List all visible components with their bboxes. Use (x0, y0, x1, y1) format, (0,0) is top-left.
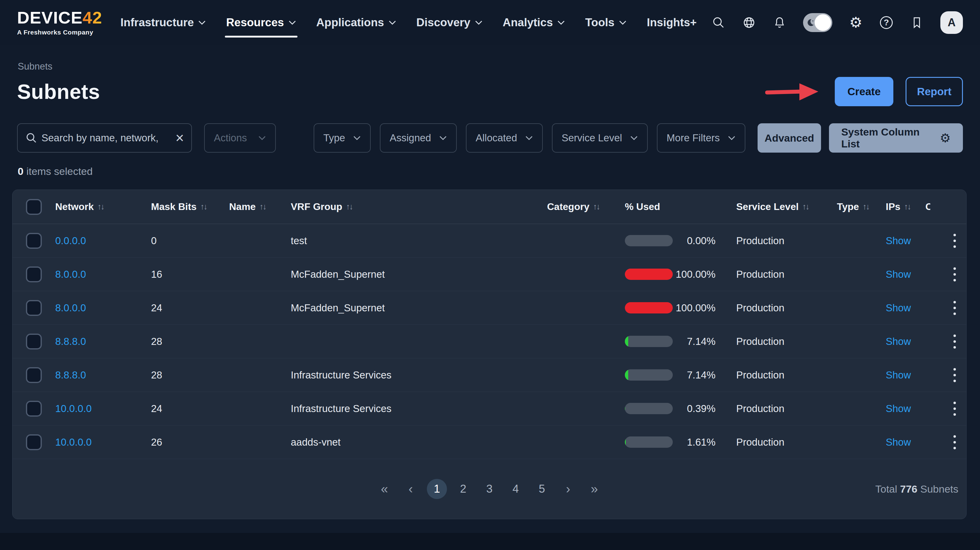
menu-discovery[interactable]: Discovery (417, 12, 483, 33)
report-button[interactable]: Report (905, 77, 963, 106)
advanced-button[interactable]: Advanced (757, 123, 821, 153)
network-link[interactable]: 10.0.0.0 (55, 403, 151, 414)
show-ips-link[interactable]: Show (886, 369, 925, 381)
network-link[interactable]: 8.0.0.0 (55, 269, 151, 280)
used-cell: 1.61% (625, 437, 736, 448)
table-header-row: Network↑↓ Mask Bits↑↓ Name↑↓ VRF Group↑↓… (13, 190, 966, 224)
chevron-down-icon (525, 136, 533, 140)
page-button-3[interactable]: 3 (479, 479, 500, 499)
row-checkbox[interactable] (26, 333, 42, 349)
chevron-down-icon (557, 20, 565, 25)
row-actions-kebab-icon[interactable] (951, 299, 958, 317)
row-checkbox[interactable] (26, 300, 42, 316)
page-button-4[interactable]: 4 (506, 479, 526, 499)
clear-search-icon[interactable]: × (175, 131, 184, 145)
network-link[interactable]: 0.0.0.0 (55, 235, 151, 247)
row-actions-kebab-icon[interactable] (951, 266, 958, 283)
search-input[interactable] (41, 132, 171, 144)
search-icon[interactable] (711, 16, 725, 30)
system-column-list-button[interactable]: System Column List ⚙ (829, 123, 963, 153)
help-icon[interactable]: ? (879, 16, 893, 30)
user-avatar[interactable]: A (940, 11, 963, 34)
row-actions-kebab-icon[interactable] (951, 333, 958, 351)
total-count: Total 776 Subnets (875, 483, 966, 495)
row-actions-kebab-icon[interactable] (951, 232, 958, 250)
menu-analytics[interactable]: Analytics (503, 12, 565, 33)
network-link[interactable]: 10.0.0.0 (55, 437, 151, 448)
create-button[interactable]: Create (835, 77, 893, 106)
logo-tagline: A Freshworks Company (17, 29, 102, 36)
sort-icon[interactable]: ↑↓ (346, 202, 352, 212)
actions-dropdown[interactable]: Actions (204, 123, 276, 153)
sort-icon[interactable]: ↑↓ (862, 202, 869, 212)
menu-tools[interactable]: Tools (585, 12, 627, 33)
dark-mode-toggle[interactable] (803, 13, 832, 32)
row-checkbox[interactable] (26, 401, 42, 417)
sort-icon[interactable]: ↑↓ (259, 202, 266, 212)
sort-icon[interactable]: ↑↓ (593, 202, 600, 212)
select-all-checkbox[interactable] (26, 199, 42, 215)
breadcrumb[interactable]: Subnets (18, 61, 980, 72)
show-ips-link[interactable]: Show (886, 302, 925, 314)
page-button-2[interactable]: 2 (453, 479, 473, 499)
row-checkbox[interactable] (26, 266, 42, 282)
first-page-button[interactable]: « (374, 479, 395, 499)
menu-insights-plus[interactable]: Insights+ (647, 12, 697, 33)
device42-logo[interactable]: DEVICE42 A Freshworks Company (17, 9, 102, 36)
service-level: Production (736, 437, 837, 448)
show-ips-link[interactable]: Show (886, 437, 925, 448)
usage-bar (625, 403, 673, 414)
row-checkbox[interactable] (26, 233, 42, 249)
show-ips-link[interactable]: Show (886, 235, 925, 247)
network-link[interactable]: 8.0.0.0 (55, 302, 151, 314)
sort-icon[interactable]: ↑↓ (200, 202, 207, 212)
more-filters-dropdown[interactable]: More Filters (657, 123, 745, 153)
row-checkbox[interactable] (26, 367, 42, 383)
selection-count: 0 items selected (18, 166, 980, 177)
show-ips-link[interactable]: Show (886, 269, 925, 280)
service-level: Production (736, 302, 837, 314)
notifications-bell-icon[interactable] (773, 16, 787, 30)
last-page-button[interactable]: » (584, 479, 605, 499)
next-page-button[interactable]: › (558, 479, 578, 499)
toggle-knob (815, 14, 831, 31)
type-filter-dropdown[interactable]: Type (313, 123, 371, 153)
prev-page-button[interactable]: ‹ (401, 479, 421, 499)
vrf-group: Infrastructure Services (291, 403, 547, 414)
allocated-filter-dropdown[interactable]: Allocated (466, 123, 543, 153)
sort-icon[interactable]: ↑↓ (802, 202, 809, 212)
network-link[interactable]: 8.8.8.0 (55, 336, 151, 348)
vrf-group: aadds-vnet (291, 437, 547, 448)
sort-icon[interactable]: ↑↓ (97, 202, 104, 212)
page-button-5[interactable]: 5 (532, 479, 552, 499)
row-actions-kebab-icon[interactable] (951, 400, 958, 418)
menu-resources[interactable]: Resources (226, 12, 296, 33)
chevron-down-icon (630, 136, 638, 140)
settings-gear-icon[interactable]: ⚙ (849, 16, 863, 30)
service-level-filter-dropdown[interactable]: Service Level (552, 123, 648, 153)
assigned-filter-dropdown[interactable]: Assigned (380, 123, 457, 153)
table-row: 8.8.8.0 28 7.14% Production Show (13, 325, 966, 358)
show-ips-link[interactable]: Show (886, 336, 925, 348)
page-button-1[interactable]: 1 (427, 479, 447, 499)
network-link[interactable]: 8.8.8.0 (55, 369, 151, 381)
usage-bar (625, 302, 673, 314)
used-cell: 7.14% (625, 369, 736, 381)
vrf-group: Infrastructure Services (291, 369, 547, 381)
show-ips-link[interactable]: Show (886, 403, 925, 414)
table-row: 10.0.0.0 24 Infrastructure Services 0.39… (13, 392, 966, 426)
sort-icon[interactable]: ↑↓ (904, 202, 910, 212)
logo-wordmark: DEVICE42 (17, 9, 102, 26)
globe-icon[interactable] (742, 16, 756, 30)
row-actions-kebab-icon[interactable] (951, 434, 958, 451)
used-cell: 0.39% (625, 403, 736, 414)
chevron-down-icon (439, 136, 447, 140)
row-checkbox[interactable] (26, 434, 42, 450)
usage-bar (625, 235, 673, 246)
search-box[interactable]: × (17, 123, 192, 153)
menu-infrastructure[interactable]: Infrastructure (121, 12, 206, 33)
bookmark-icon[interactable] (910, 16, 924, 30)
row-actions-kebab-icon[interactable] (951, 366, 958, 384)
menu-applications[interactable]: Applications (317, 12, 396, 33)
subnets-table-card: Network↑↓ Mask Bits↑↓ Name↑↓ VRF Group↑↓… (12, 190, 967, 519)
